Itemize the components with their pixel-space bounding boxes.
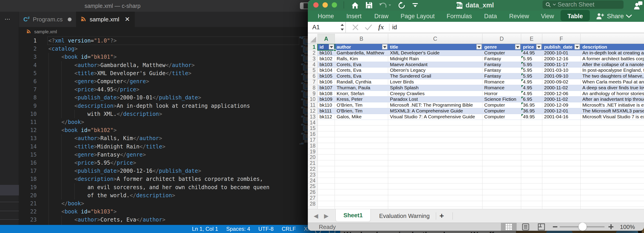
row-header-1[interactable]: 1 xyxy=(308,44,318,50)
empty-cell-F22[interactable] xyxy=(542,166,580,172)
ribbon-tab-table[interactable]: Table xyxy=(568,10,583,22)
confirm-entry-icon[interactable] xyxy=(365,24,372,30)
cell-G9[interactable]: An anthology of horror stories about roa… xyxy=(580,91,644,97)
empty-cell-D26[interactable] xyxy=(482,189,521,195)
cell-E2[interactable]: 44.95 xyxy=(521,50,542,56)
ribbon-tab-insert[interactable]: Insert xyxy=(346,10,362,22)
cell-G6[interactable]: The two daughters of Maeve, one healer, … xyxy=(580,73,644,79)
share-button[interactable]: Share xyxy=(596,10,632,22)
empty-cell-G18[interactable] xyxy=(580,143,644,149)
table-header-title[interactable]: title xyxy=(388,44,482,50)
empty-cell-A21[interactable] xyxy=(318,160,335,166)
filter-dropdown-title[interactable] xyxy=(476,44,482,50)
cell-C9[interactable]: Creepy Crawlies xyxy=(388,91,482,97)
cell-C10[interactable]: Paradox Lost xyxy=(388,96,482,102)
cell-A5[interactable]: bk104 xyxy=(318,68,335,73)
cell-B11[interactable]: O'Brien, Tim xyxy=(335,102,388,108)
empty-cell-C24[interactable] xyxy=(388,178,482,184)
column-header-E[interactable]: E xyxy=(521,34,542,44)
row-header-15[interactable]: 15 xyxy=(308,126,318,131)
cell-D3[interactable]: Fantasy xyxy=(482,56,521,62)
cell-B10[interactable]: Kress, Peter xyxy=(335,96,388,102)
cell-F4[interactable]: 2000-11-17 xyxy=(542,62,580,68)
ribbon-tab-formulas[interactable]: Formulas xyxy=(447,10,472,22)
empty-cell-E21[interactable] xyxy=(521,160,542,166)
cell-B12[interactable]: O'Brien, Tim xyxy=(335,108,388,114)
ribbon-tab-view[interactable]: View xyxy=(541,10,554,22)
cell-C6[interactable]: The Sundered Grail xyxy=(388,73,482,79)
empty-cell-G26[interactable] xyxy=(580,189,644,195)
statusbar-item[interactable]: UTF-8 xyxy=(258,226,274,232)
empty-cell-A14[interactable] xyxy=(318,120,335,126)
row-header-12[interactable]: 12 xyxy=(308,108,318,114)
empty-cell-E23[interactable] xyxy=(521,172,542,178)
cell-E3[interactable]: 5.95 xyxy=(521,56,542,62)
tab-program-cs[interactable]: C# Program.cs xyxy=(19,12,76,27)
empty-cell-E27[interactable] xyxy=(521,195,542,201)
select-all-corner[interactable] xyxy=(308,34,318,44)
empty-cell-C16[interactable] xyxy=(388,131,482,137)
cell-E10[interactable]: 6.95 xyxy=(521,96,542,102)
row-header-25[interactable]: 25 xyxy=(308,184,318,189)
page-break-view-icon[interactable] xyxy=(538,223,545,230)
empty-cell-B29[interactable] xyxy=(335,207,388,209)
excel-titlebar[interactable]: X data_xml Search Sheet xyxy=(308,0,644,10)
empty-cell-C22[interactable] xyxy=(388,166,482,172)
row-header-7[interactable]: 7 xyxy=(308,79,318,85)
row-header-27[interactable]: 27 xyxy=(308,195,318,201)
cell-B9[interactable]: Knorr, Stefan xyxy=(335,91,388,97)
empty-cell-A16[interactable] xyxy=(318,131,335,137)
empty-cell-F26[interactable] xyxy=(542,189,580,195)
empty-cell-B19[interactable] xyxy=(335,149,388,155)
presence-avatar-icon[interactable] xyxy=(634,1,643,10)
zoom-slider-knob[interactable] xyxy=(578,223,586,231)
cell-E7[interactable]: 4.95 xyxy=(521,79,542,85)
spreadsheet-grid[interactable]: 1234567891011121314151617181920212223242… xyxy=(308,44,644,209)
cell-E6[interactable]: 5.95 xyxy=(521,73,542,79)
cell-D12[interactable]: Computer xyxy=(482,108,521,114)
empty-cell-D17[interactable] xyxy=(482,137,521,143)
cell-G2[interactable]: An in-depth look at creating application… xyxy=(580,50,644,56)
code-editor[interactable]: 1234567891011121314151617181920212223 <?… xyxy=(19,36,340,225)
cell-G4[interactable]: After the collapse of a nanotechnology s… xyxy=(580,62,644,68)
vscode-titlebar[interactable]: sample.xml — c-sharp xyxy=(0,0,340,12)
cell-E9[interactable]: 4.95 xyxy=(521,91,542,97)
column-header-A[interactable]: A xyxy=(318,34,335,44)
cell-D10[interactable]: Science Fiction xyxy=(482,96,521,102)
row-header-22[interactable]: 22 xyxy=(308,166,318,172)
empty-cell-F16[interactable] xyxy=(542,131,580,137)
empty-cell-D19[interactable] xyxy=(482,149,521,155)
cell-G12[interactable]: The Microsoft MSXML3 parser is covered i… xyxy=(580,108,644,114)
close-tab-icon[interactable]: ✕ xyxy=(125,16,130,22)
empty-cell-E24[interactable] xyxy=(521,178,542,184)
row-header-3[interactable]: 3 xyxy=(308,56,318,62)
empty-cell-C25[interactable] xyxy=(388,184,482,189)
column-header-F[interactable]: F xyxy=(542,34,580,44)
empty-cell-A29[interactable] xyxy=(318,207,335,209)
cell-F12[interactable]: 2000-12-01 xyxy=(542,108,580,114)
empty-cell-D24[interactable] xyxy=(482,178,521,184)
empty-cell-F19[interactable] xyxy=(542,149,580,155)
empty-cell-G27[interactable] xyxy=(580,195,644,201)
cell-B2[interactable]: Gambardella, Matthew xyxy=(335,50,388,56)
cell-D5[interactable]: Fantasy xyxy=(482,68,521,73)
empty-cell-C28[interactable] xyxy=(388,201,482,207)
cell-A12[interactable]: bk111 xyxy=(318,108,335,114)
empty-cell-D20[interactable] xyxy=(482,154,521,160)
empty-cell-D25[interactable] xyxy=(482,184,521,189)
row-header-28[interactable]: 28 xyxy=(308,201,318,207)
cell-B6[interactable]: Corets, Eva xyxy=(335,73,388,79)
empty-cell-D23[interactable] xyxy=(482,172,521,178)
column-header-B[interactable]: B xyxy=(335,34,388,44)
cell-D11[interactable]: Computer xyxy=(482,102,521,108)
empty-cell-D22[interactable] xyxy=(482,166,521,172)
empty-cell-A27[interactable] xyxy=(318,195,335,201)
cell-D9[interactable]: Horror xyxy=(482,91,521,97)
empty-cell-F20[interactable] xyxy=(542,154,580,160)
empty-cell-A17[interactable] xyxy=(318,137,335,143)
empty-cell-G15[interactable] xyxy=(580,126,644,131)
empty-cell-B22[interactable] xyxy=(335,166,388,172)
cell-E8[interactable]: 4.95 xyxy=(521,85,542,91)
cell-B13[interactable]: Galos, Mike xyxy=(335,114,388,120)
cell-F6[interactable]: 2001-09-10 xyxy=(542,73,580,79)
